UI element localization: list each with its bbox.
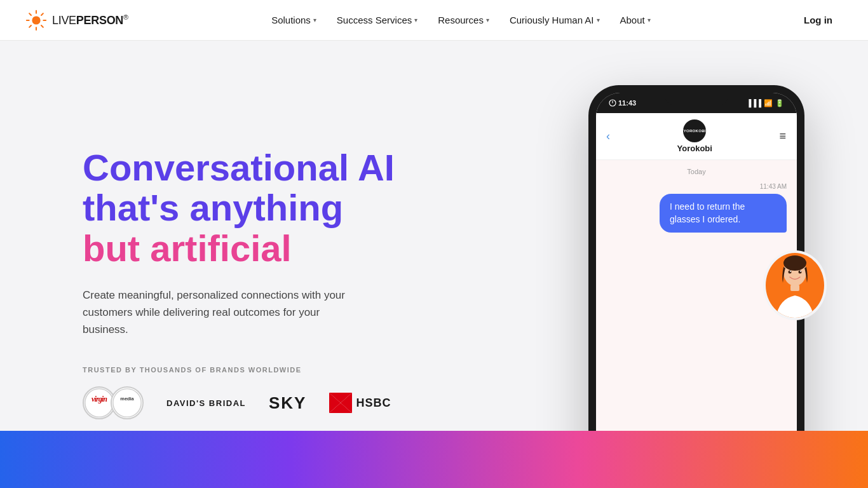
alarm-icon (609, 99, 616, 107)
svg-point-0 (32, 16, 40, 24)
chevron-down-icon: ▾ (648, 17, 651, 24)
nav-link-resources[interactable]: Resources ▾ (429, 10, 498, 30)
nav-item-resources[interactable]: Resources ▾ (429, 10, 498, 30)
liveperson-logo-icon (25, 10, 47, 31)
signal-icon: ▐▐▐ (747, 99, 761, 107)
davids-bridal-logo: DAVID'S BRIDAL (166, 398, 246, 408)
chevron-down-icon: ▾ (414, 17, 417, 24)
brand-name: Yorokobi (677, 144, 712, 153)
chevron-down-icon: ▾ (597, 17, 600, 24)
svg-line-6 (41, 25, 43, 27)
phone-time-display: 11:43 (609, 99, 636, 107)
sky-logo: SKY (269, 393, 306, 413)
nav-item-curiously[interactable]: Curiously Human AI ▾ (501, 10, 609, 30)
hero-content: Conversational AI that's anything but ar… (83, 147, 464, 420)
logo[interactable]: LIVEPERSON® (25, 10, 128, 31)
svg-line-5 (29, 13, 31, 15)
navbar: LIVEPERSON® Solutions ▾ Success Services… (0, 0, 868, 41)
gradient-bar (0, 431, 868, 488)
brand-avatar: YOROKOBI (683, 119, 706, 142)
nav-item-about[interactable]: About ▾ (611, 10, 660, 30)
menu-icon[interactable]: ≡ (779, 130, 787, 143)
hsbc-logo: HSBC (329, 393, 391, 413)
nav-link-solutions[interactable]: Solutions ▾ (262, 10, 325, 30)
phone-status-bar: 11:43 ▐▐▐ 📶 🔋 (596, 93, 797, 113)
svg-point-20 (783, 255, 806, 271)
nav-item-success[interactable]: Success Services ▾ (328, 10, 426, 30)
status-icons: ▐▐▐ 📶 🔋 (747, 99, 784, 107)
svg-point-22 (789, 271, 792, 274)
back-button[interactable]: ‹ (606, 130, 610, 143)
wifi-icon: 📶 (764, 99, 773, 107)
trusted-label: TRUSTED BY THOUSANDS OF BRANDS WORLDWIDE (83, 366, 464, 374)
logo-text: LIVEPERSON® (52, 13, 128, 27)
svg-rect-21 (790, 285, 799, 291)
nav-menu: Solutions ▾ Success Services ▾ Resources… (262, 10, 660, 30)
nav-item-solutions[interactable]: Solutions ▾ (262, 10, 325, 30)
chat-brand-info: YOROKOBI Yorokobi (677, 119, 712, 153)
chat-bubble: I need to return the glasses I ordered. (660, 194, 787, 233)
hsbc-icon (329, 393, 352, 413)
svg-point-11 (113, 389, 141, 417)
chevron-down-icon: ▾ (313, 17, 316, 24)
battery-icon: 🔋 (775, 99, 784, 107)
nav-link-curiously[interactable]: Curiously Human AI ▾ (501, 10, 609, 30)
phone-mockup-container: 11:43 ▐▐▐ 📶 🔋 ‹ YOROKOBI (538, 72, 868, 488)
brand-logos: virgin media DAVID'S BRIDAL SKY (83, 386, 464, 419)
svg-text:virgin: virgin (92, 395, 107, 404)
svg-text:media: media (120, 396, 134, 402)
nav-link-success[interactable]: Success Services ▾ (328, 10, 426, 30)
media-circle: media (111, 386, 144, 419)
svg-point-23 (799, 271, 802, 274)
hero-section: Conversational AI that's anything but ar… (0, 41, 868, 488)
chat-time: 11:43 AM (606, 183, 787, 190)
chevron-down-icon: ▾ (486, 17, 489, 24)
chat-date: Today (606, 168, 787, 175)
agent-avatar (763, 250, 827, 320)
phone-wrapper: 11:43 ▐▐▐ 📶 🔋 ‹ YOROKOBI (588, 85, 817, 488)
hero-subtitle: Create meaningful, personalized connecti… (83, 287, 356, 339)
svg-line-8 (29, 25, 31, 27)
phone-notch (665, 93, 728, 105)
chat-header: ‹ YOROKOBI Yorokobi ≡ (596, 113, 797, 160)
svg-line-7 (41, 13, 43, 15)
nav-link-about[interactable]: About ▾ (611, 10, 660, 30)
status-time: 11:43 (618, 99, 636, 107)
virgin-media-logo: virgin media (83, 386, 144, 419)
svg-point-24 (790, 271, 791, 272)
agent-figure (766, 254, 824, 318)
svg-point-25 (800, 271, 801, 272)
login-button[interactable]: Log in (794, 10, 843, 30)
hero-title: Conversational AI that's anything but ar… (83, 147, 464, 269)
